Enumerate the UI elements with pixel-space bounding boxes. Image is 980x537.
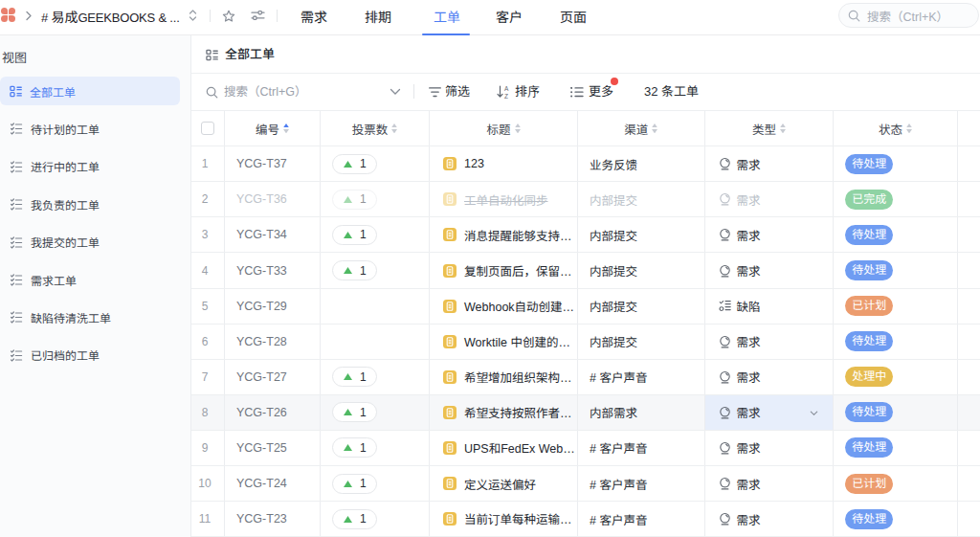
svg-text:A: A: [504, 85, 509, 92]
svg-text:Z: Z: [504, 93, 508, 100]
